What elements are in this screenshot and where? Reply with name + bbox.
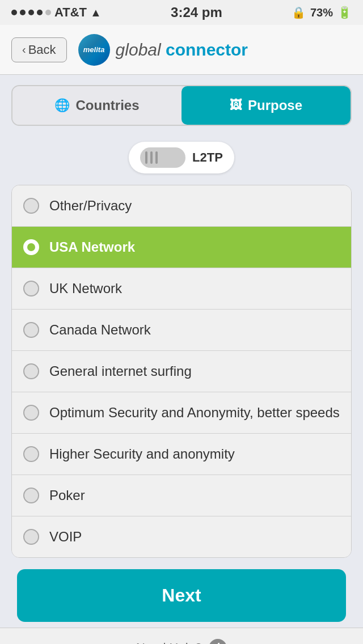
- image-icon: 🖼: [230, 98, 242, 113]
- lock-icon: 🔒: [292, 6, 306, 19]
- toggle-area: L2TP: [0, 142, 363, 173]
- logo-text: melita: [83, 45, 105, 54]
- chevron-left-icon: ‹: [22, 43, 26, 56]
- next-button[interactable]: Next: [17, 569, 346, 622]
- global-text: global: [116, 40, 161, 59]
- radio-button: [23, 405, 39, 421]
- tab-countries[interactable]: 🌐 Countries: [12, 86, 182, 125]
- list-item-label: UK Network: [49, 281, 122, 296]
- back-label: Back: [28, 43, 56, 57]
- radio-button: [23, 529, 39, 545]
- list-item[interactable]: General internet surfing: [12, 351, 351, 392]
- signal-dots: [11, 10, 51, 15]
- list-item-label: Optimum Security and Anonymity, better s…: [49, 405, 340, 421]
- tab-purpose-label: Purpose: [248, 98, 302, 113]
- radio-button: [23, 198, 39, 214]
- clock: 3:24 pm: [171, 5, 222, 20]
- help-text: Need Help?: [136, 641, 202, 645]
- carrier-label: AT&T: [54, 5, 87, 20]
- radio-button: [23, 322, 39, 338]
- list-item[interactable]: Other/Privacy: [12, 185, 351, 227]
- list-item-label: Poker: [49, 488, 85, 503]
- radio-button: [23, 281, 39, 296]
- list-item[interactable]: VOIP: [12, 516, 351, 557]
- radio-button: [23, 446, 39, 462]
- status-bar: AT&T ▲ 3:24 pm 🔒 73% 🔋: [0, 0, 363, 25]
- toggle-label: L2TP: [192, 150, 223, 165]
- list-item-label: Higher Security and anonymity: [49, 446, 235, 462]
- melita-logo: melita: [78, 34, 110, 66]
- help-bar: Need Help? i: [0, 628, 363, 644]
- battery-icon: 🔋: [337, 6, 352, 19]
- list-item[interactable]: USA Network: [12, 227, 351, 268]
- l2tp-toggle[interactable]: [140, 147, 185, 168]
- app-title: global connector: [116, 40, 248, 60]
- list-item[interactable]: UK Network: [12, 268, 351, 310]
- list-item-label: VOIP: [49, 529, 82, 545]
- purpose-list: Other/PrivacyUSA NetworkUK NetworkCanada…: [11, 185, 352, 558]
- list-item-label: USA Network: [49, 239, 135, 255]
- logo-area: melita global connector: [78, 34, 248, 66]
- battery-label: 73%: [310, 6, 333, 19]
- globe-icon: 🌐: [54, 98, 70, 113]
- status-left: AT&T ▲: [11, 5, 102, 20]
- connector-text: connector: [166, 40, 248, 59]
- list-item[interactable]: Poker: [12, 475, 351, 516]
- radio-button: [23, 363, 39, 379]
- tab-countries-label: Countries: [75, 98, 139, 113]
- list-item-label: General internet surfing: [49, 363, 192, 379]
- list-item[interactable]: Canada Network: [12, 310, 351, 351]
- toggle-lines: [142, 151, 158, 164]
- list-item-label: Canada Network: [49, 322, 151, 338]
- radio-button: [23, 488, 39, 503]
- radio-button: [23, 239, 39, 255]
- toggle-container: L2TP: [129, 142, 234, 173]
- status-right: 🔒 73% 🔋: [292, 6, 352, 19]
- info-icon[interactable]: i: [209, 639, 227, 645]
- nav-bar: ‹ Back melita global connector: [0, 25, 363, 75]
- list-item-label: Other/Privacy: [49, 198, 132, 214]
- list-item[interactable]: Optimum Security and Anonymity, better s…: [12, 392, 351, 434]
- next-area: Next: [0, 558, 363, 628]
- list-item[interactable]: Higher Security and anonymity: [12, 434, 351, 475]
- tab-purpose[interactable]: 🖼 Purpose: [182, 86, 351, 125]
- back-button[interactable]: ‹ Back: [11, 37, 67, 62]
- wifi-icon: ▲: [90, 6, 102, 19]
- tab-switcher: 🌐 Countries 🖼 Purpose: [11, 85, 352, 126]
